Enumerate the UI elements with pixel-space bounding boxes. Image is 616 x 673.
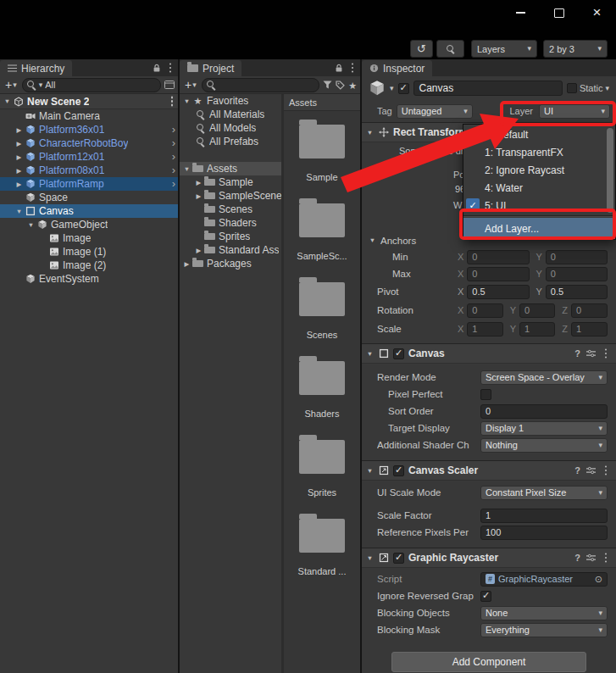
help-icon[interactable] <box>574 553 580 563</box>
asset-folder-shaders[interactable]: Shaders <box>284 348 360 426</box>
presets-icon[interactable] <box>586 349 596 358</box>
layer-option-ui[interactable]: 5: UI <box>463 197 615 214</box>
tab-hierarchy[interactable]: Hierarchy <box>0 60 72 76</box>
minimize-button[interactable] <box>502 0 540 25</box>
hierarchy-item-canvas[interactable]: Canvas <box>0 204 178 218</box>
tab-inspector[interactable]: Inspector <box>362 60 432 76</box>
global-search-button[interactable] <box>436 40 464 58</box>
component-menu-icon[interactable] <box>602 552 610 565</box>
rotation-z-field[interactable]: 0 <box>571 303 608 318</box>
layers-dropdown[interactable]: Layers <box>471 40 537 58</box>
create-asset-button[interactable] <box>183 77 198 92</box>
icon-picker-chevron-icon[interactable] <box>390 85 394 92</box>
expand-arrow-icon[interactable] <box>182 97 191 105</box>
project-search-input[interactable] <box>202 78 319 92</box>
pivot-y-field[interactable]: 0.5 <box>546 285 608 299</box>
maximize-button[interactable] <box>540 0 578 25</box>
expand-arrow-icon[interactable] <box>365 554 375 562</box>
layer-option-transparentfx[interactable]: 1: TransparentFX <box>463 143 615 161</box>
hierarchy-item-main-camera[interactable]: Main Camera <box>0 109 178 123</box>
expand-arrow-icon[interactable] <box>194 192 203 200</box>
prefab-open-arrow-icon[interactable] <box>172 137 178 149</box>
add-component-button[interactable]: Add Component <box>391 652 586 672</box>
expand-arrow-icon[interactable] <box>365 129 375 136</box>
min-y-field[interactable]: 0 <box>546 250 608 264</box>
layer-dropdown[interactable]: UI <box>539 104 610 119</box>
layer-option-ignore-raycast[interactable]: 2: Ignore Raycast <box>463 161 615 179</box>
pixel-perfect-checkbox[interactable] <box>480 389 491 400</box>
expand-arrow-icon[interactable] <box>14 181 24 188</box>
component-menu-icon[interactable] <box>602 348 610 360</box>
lock-icon[interactable] <box>153 64 161 73</box>
prefab-open-arrow-icon[interactable] <box>172 178 178 190</box>
hierarchy-item-eventsystem[interactable]: EventSystem <box>0 272 178 286</box>
expand-arrow-icon[interactable] <box>194 247 203 254</box>
layout-dropdown[interactable]: 2 by 3 <box>543 40 608 58</box>
close-button[interactable] <box>578 0 616 25</box>
help-icon[interactable] <box>574 348 580 359</box>
tag-dropdown[interactable]: Untagged <box>397 104 473 119</box>
expand-arrow-icon[interactable] <box>365 467 375 475</box>
max-x-field[interactable]: 0 <box>467 267 529 281</box>
expand-arrow-icon[interactable] <box>14 167 24 175</box>
hierarchy-item-space[interactable]: Space <box>0 191 178 204</box>
expand-arrow-icon[interactable] <box>194 179 203 186</box>
search-by-type-icon[interactable] <box>323 81 332 89</box>
layer-option-water[interactable]: 4: Water <box>463 179 615 197</box>
layer-option-default[interactable]: 0: Default <box>463 125 615 143</box>
project-item-scenes[interactable]: Scenes <box>180 203 281 216</box>
hierarchy-item-image-2[interactable]: Image (2) <box>0 259 178 272</box>
create-object-button[interactable] <box>3 77 19 92</box>
panel-menu-icon[interactable] <box>166 62 175 75</box>
additional-shader-dropdown[interactable]: Nothing <box>480 438 608 453</box>
component-enabled-checkbox[interactable] <box>393 553 404 564</box>
presets-icon[interactable] <box>586 553 596 562</box>
help-icon[interactable] <box>574 465 580 476</box>
lock-icon[interactable] <box>335 64 343 73</box>
hierarchy-item-platformramp[interactable]: PlatformRamp <box>0 177 178 191</box>
gameobject-icon[interactable] <box>369 80 386 97</box>
script-field[interactable]: GraphicRaycaster <box>480 572 608 587</box>
add-layer-option[interactable]: Add Layer... <box>463 218 615 239</box>
search-window-icon[interactable] <box>164 81 175 89</box>
min-x-field[interactable]: 0 <box>467 250 529 264</box>
search-by-label-icon[interactable] <box>336 81 345 90</box>
favorites-icon[interactable] <box>348 77 357 92</box>
asset-folder-samplescene[interactable]: SampleSc... <box>284 190 360 269</box>
scale-x-field[interactable]: 1 <box>467 322 502 336</box>
component-enabled-checkbox[interactable] <box>393 348 404 359</box>
asset-folder-sprites[interactable]: Sprites <box>284 426 360 505</box>
expand-arrow-icon[interactable] <box>14 153 24 161</box>
project-item-all-prefabs[interactable]: All Prefabs <box>180 135 281 148</box>
ui-scale-mode-dropdown[interactable]: Constant Pixel Size <box>480 486 608 500</box>
hierarchy-item-image-1[interactable]: Image (1) <box>0 245 178 259</box>
expand-arrow-icon[interactable] <box>14 140 24 147</box>
component-enabled-checkbox[interactable] <box>393 465 404 476</box>
render-mode-dropdown[interactable]: Screen Space - Overlay <box>480 370 608 385</box>
sort-order-field[interactable]: 0 <box>480 404 608 419</box>
rotation-x-field[interactable]: 0 <box>467 303 502 318</box>
object-picker-icon[interactable] <box>595 574 602 584</box>
expand-arrow-icon[interactable] <box>14 208 24 215</box>
project-item-all-models[interactable]: All Models <box>180 121 281 135</box>
expand-arrow-icon[interactable] <box>182 260 191 268</box>
project-item-shaders[interactable]: Shaders <box>180 216 281 230</box>
blocking-objects-dropdown[interactable]: None <box>480 606 608 620</box>
hierarchy-item-gameobject[interactable]: GameObject <box>0 218 178 231</box>
prefab-open-arrow-icon[interactable] <box>172 164 178 176</box>
target-display-dropdown[interactable]: Display 1 <box>480 421 608 436</box>
expand-arrow-icon[interactable] <box>182 165 191 173</box>
rotation-y-field[interactable]: 0 <box>519 303 555 318</box>
max-y-field[interactable]: 0 <box>546 267 608 281</box>
scale-factor-field[interactable]: 1 <box>480 509 608 523</box>
static-checkbox[interactable] <box>567 83 577 93</box>
project-item-samplescene[interactable]: SampleScene <box>180 189 281 203</box>
reference-pixels-field[interactable]: 100 <box>480 526 608 540</box>
hierarchy-item-image[interactable]: Image <box>0 231 178 245</box>
expand-arrow-icon[interactable] <box>3 97 12 105</box>
hierarchy-item-characterrobotboy[interactable]: CharacterRobotBoy <box>0 136 178 150</box>
scene-menu-icon[interactable] <box>168 95 176 108</box>
blocking-mask-dropdown[interactable]: Everything <box>480 623 608 637</box>
asset-folder-sample[interactable]: Sample <box>284 111 360 190</box>
object-name-field[interactable]: Canvas <box>413 81 563 96</box>
